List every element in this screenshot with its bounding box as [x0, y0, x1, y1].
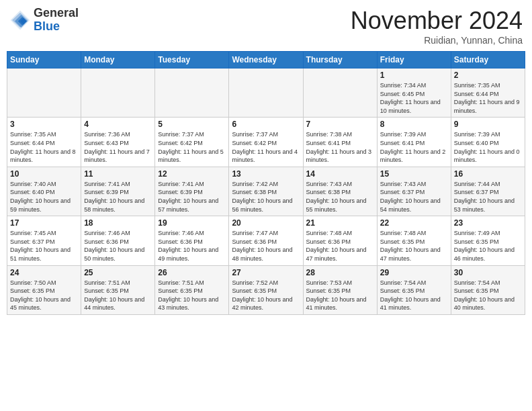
calendar-week-row: 17Sunrise: 7:45 AM Sunset: 6:37 PM Dayli…	[7, 216, 525, 265]
calendar-cell: 18Sunrise: 7:46 AM Sunset: 6:36 PM Dayli…	[81, 216, 155, 265]
day-info: Sunrise: 7:51 AM Sunset: 6:35 PM Dayligh…	[84, 279, 152, 312]
calendar-week-row: 3Sunrise: 7:35 AM Sunset: 6:44 PM Daylig…	[7, 118, 525, 167]
day-number: 10	[10, 169, 78, 179]
day-header-tuesday: Tuesday	[155, 52, 229, 68]
day-number: 25	[84, 268, 152, 277]
calendar-cell: 8Sunrise: 7:39 AM Sunset: 6:41 PM Daylig…	[377, 118, 451, 167]
calendar-cell: 1Sunrise: 7:34 AM Sunset: 6:45 PM Daylig…	[377, 68, 451, 118]
month-title: November 2024	[351, 7, 523, 35]
day-info: Sunrise: 7:37 AM Sunset: 6:42 PM Dayligh…	[158, 130, 226, 164]
day-number: 5	[158, 120, 226, 129]
day-number: 4	[84, 120, 152, 129]
day-number: 1	[380, 71, 448, 80]
calendar-week-row: 1Sunrise: 7:34 AM Sunset: 6:45 PM Daylig…	[7, 68, 525, 118]
day-number: 14	[306, 169, 374, 179]
calendar-cell	[7, 68, 81, 118]
calendar-cell: 25Sunrise: 7:51 AM Sunset: 6:35 PM Dayli…	[81, 265, 155, 314]
day-number: 7	[306, 120, 374, 129]
calendar-cell: 3Sunrise: 7:35 AM Sunset: 6:44 PM Daylig…	[7, 118, 81, 167]
day-info: Sunrise: 7:54 AM Sunset: 6:35 PM Dayligh…	[454, 279, 522, 312]
day-info: Sunrise: 7:46 AM Sunset: 6:36 PM Dayligh…	[158, 229, 226, 263]
day-info: Sunrise: 7:54 AM Sunset: 6:35 PM Dayligh…	[380, 279, 448, 312]
day-info: Sunrise: 7:43 AM Sunset: 6:37 PM Dayligh…	[380, 180, 448, 214]
day-info: Sunrise: 7:51 AM Sunset: 6:35 PM Dayligh…	[158, 279, 226, 312]
day-header-friday: Friday	[377, 52, 451, 68]
calendar-cell: 13Sunrise: 7:42 AM Sunset: 6:38 PM Dayli…	[229, 167, 303, 216]
day-number: 17	[10, 218, 78, 228]
day-info: Sunrise: 7:48 AM Sunset: 6:35 PM Dayligh…	[380, 229, 448, 263]
day-header-saturday: Saturday	[451, 52, 525, 68]
day-info: Sunrise: 7:38 AM Sunset: 6:41 PM Dayligh…	[306, 130, 374, 164]
calendar-cell: 7Sunrise: 7:38 AM Sunset: 6:41 PM Daylig…	[303, 118, 377, 167]
calendar-cell: 22Sunrise: 7:48 AM Sunset: 6:35 PM Dayli…	[377, 216, 451, 265]
day-number: 3	[10, 120, 78, 129]
calendar-cell: 5Sunrise: 7:37 AM Sunset: 6:42 PM Daylig…	[155, 118, 229, 167]
calendar-cell: 29Sunrise: 7:54 AM Sunset: 6:35 PM Dayli…	[377, 265, 451, 314]
day-info: Sunrise: 7:43 AM Sunset: 6:38 PM Dayligh…	[306, 180, 374, 214]
calendar-cell: 28Sunrise: 7:53 AM Sunset: 6:35 PM Dayli…	[303, 265, 377, 314]
day-info: Sunrise: 7:45 AM Sunset: 6:37 PM Dayligh…	[10, 229, 78, 263]
calendar-cell: 6Sunrise: 7:37 AM Sunset: 6:42 PM Daylig…	[229, 118, 303, 167]
calendar-cell: 15Sunrise: 7:43 AM Sunset: 6:37 PM Dayli…	[377, 167, 451, 216]
calendar-cell: 21Sunrise: 7:48 AM Sunset: 6:36 PM Dayli…	[303, 216, 377, 265]
day-info: Sunrise: 7:39 AM Sunset: 6:41 PM Dayligh…	[380, 130, 448, 164]
calendar-cell: 27Sunrise: 7:52 AM Sunset: 6:35 PM Dayli…	[229, 265, 303, 314]
day-info: Sunrise: 7:53 AM Sunset: 6:35 PM Dayligh…	[306, 279, 374, 312]
day-info: Sunrise: 7:40 AM Sunset: 6:40 PM Dayligh…	[10, 180, 78, 214]
day-number: 11	[84, 169, 152, 179]
calendar-cell: 2Sunrise: 7:35 AM Sunset: 6:44 PM Daylig…	[451, 68, 525, 118]
day-info: Sunrise: 7:46 AM Sunset: 6:36 PM Dayligh…	[84, 229, 152, 263]
day-info: Sunrise: 7:48 AM Sunset: 6:36 PM Dayligh…	[306, 229, 374, 263]
day-number: 8	[380, 120, 448, 129]
day-info: Sunrise: 7:41 AM Sunset: 6:39 PM Dayligh…	[158, 180, 226, 214]
day-number: 24	[10, 268, 78, 277]
day-info: Sunrise: 7:37 AM Sunset: 6:42 PM Dayligh…	[232, 130, 300, 164]
day-info: Sunrise: 7:52 AM Sunset: 6:35 PM Dayligh…	[232, 279, 300, 312]
location-subtitle: Ruidian, Yunnan, China	[351, 35, 523, 46]
day-info: Sunrise: 7:44 AM Sunset: 6:37 PM Dayligh…	[454, 180, 522, 214]
calendar-cell	[155, 68, 229, 118]
logo-text: General Blue	[34, 7, 79, 34]
calendar-cell: 23Sunrise: 7:49 AM Sunset: 6:35 PM Dayli…	[451, 216, 525, 265]
logo-general: General	[34, 7, 79, 20]
calendar-cell: 14Sunrise: 7:43 AM Sunset: 6:38 PM Dayli…	[303, 167, 377, 216]
calendar-week-row: 24Sunrise: 7:50 AM Sunset: 6:35 PM Dayli…	[7, 265, 525, 314]
day-number: 16	[454, 169, 522, 179]
day-info: Sunrise: 7:34 AM Sunset: 6:45 PM Dayligh…	[380, 81, 448, 115]
day-number: 29	[380, 268, 448, 277]
day-number: 22	[380, 218, 448, 228]
calendar-cell: 10Sunrise: 7:40 AM Sunset: 6:40 PM Dayli…	[7, 167, 81, 216]
day-number: 6	[232, 120, 300, 129]
page-header: General Blue November 2024 Ruidian, Yunn…	[7, 7, 525, 46]
day-number: 13	[232, 169, 300, 179]
calendar-header-row: SundayMondayTuesdayWednesdayThursdayFrid…	[7, 52, 525, 68]
day-info: Sunrise: 7:49 AM Sunset: 6:35 PM Dayligh…	[454, 229, 522, 263]
calendar-cell: 20Sunrise: 7:47 AM Sunset: 6:36 PM Dayli…	[229, 216, 303, 265]
logo: General Blue	[9, 7, 79, 34]
day-info: Sunrise: 7:35 AM Sunset: 6:44 PM Dayligh…	[10, 130, 78, 164]
calendar-cell: 26Sunrise: 7:51 AM Sunset: 6:35 PM Dayli…	[155, 265, 229, 314]
calendar-week-row: 10Sunrise: 7:40 AM Sunset: 6:40 PM Dayli…	[7, 167, 525, 216]
day-number: 18	[84, 218, 152, 228]
day-number: 23	[454, 218, 522, 228]
day-info: Sunrise: 7:35 AM Sunset: 6:44 PM Dayligh…	[454, 81, 522, 115]
day-number: 19	[158, 218, 226, 228]
calendar-cell: 11Sunrise: 7:41 AM Sunset: 6:39 PM Dayli…	[81, 167, 155, 216]
calendar-cell	[303, 68, 377, 118]
calendar-cell: 17Sunrise: 7:45 AM Sunset: 6:37 PM Dayli…	[7, 216, 81, 265]
day-number: 12	[158, 169, 226, 179]
day-number: 2	[454, 71, 522, 80]
day-header-thursday: Thursday	[303, 52, 377, 68]
day-number: 15	[380, 169, 448, 179]
day-header-wednesday: Wednesday	[229, 52, 303, 68]
calendar-cell	[81, 68, 155, 118]
title-area: November 2024 Ruidian, Yunnan, China	[351, 7, 523, 46]
calendar-table: SundayMondayTuesdayWednesdayThursdayFrid…	[7, 51, 525, 315]
day-number: 27	[232, 268, 300, 277]
day-info: Sunrise: 7:41 AM Sunset: 6:39 PM Dayligh…	[84, 180, 152, 214]
calendar-cell: 4Sunrise: 7:36 AM Sunset: 6:43 PM Daylig…	[81, 118, 155, 167]
day-info: Sunrise: 7:36 AM Sunset: 6:43 PM Dayligh…	[84, 130, 152, 164]
day-number: 30	[454, 268, 522, 277]
day-number: 26	[158, 268, 226, 277]
calendar-cell: 9Sunrise: 7:39 AM Sunset: 6:40 PM Daylig…	[451, 118, 525, 167]
